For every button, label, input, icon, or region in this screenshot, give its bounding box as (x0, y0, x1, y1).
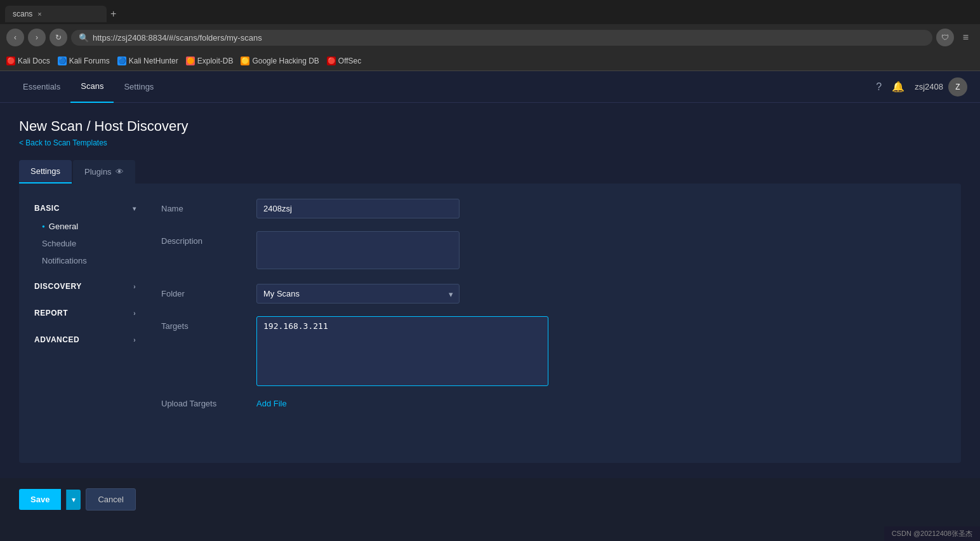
button-row: Save ▾ Cancel (0, 478, 980, 521)
bookmark-kali-docs[interactable]: 🔴 Kali Docs (6, 57, 50, 65)
folder-select[interactable]: My Scans Trash (256, 284, 460, 304)
save-dropdown-button[interactable]: ▾ (66, 490, 81, 510)
url-input[interactable] (93, 33, 925, 43)
sidebar-section-discovery: DISCOVERY › (34, 277, 136, 296)
main-content: New Scan / Host Discovery < Back to Scan… (0, 103, 980, 478)
url-search-icon: 🔍 (79, 33, 89, 43)
form-panel: BASIC ▾ ● General Schedule Notifications… (19, 184, 961, 463)
sidebar-item-notifications[interactable]: Notifications (34, 252, 136, 269)
footer-text: CSDN @20212408张圣杰 (892, 530, 972, 537)
notifications-label: Notifications (42, 256, 87, 265)
bookmark-kali-forums-label: Kali Forums (69, 57, 110, 65)
forward-button[interactable]: › (28, 29, 46, 46)
tab-plugins[interactable]: Plugins 👁 (73, 160, 135, 184)
save-dropdown-icon: ▾ (72, 495, 76, 504)
targets-label: Targets (161, 316, 256, 331)
bookmark-offsec-label: OffSec (338, 57, 361, 65)
description-input[interactable] (256, 231, 460, 269)
username-label: zsj2408 (915, 82, 943, 91)
bookmark-google-hacking-db-label: Google Hacking DB (252, 57, 319, 65)
discovery-chevron-icon: › (133, 283, 136, 290)
bookmarks-bar: 🔴 Kali Docs 🔵 Kali Forums 🔵 Kali NetHunt… (0, 51, 980, 71)
shield-icon[interactable]: 🛡 (936, 29, 954, 46)
back-to-templates-link[interactable]: < Back to Scan Templates (19, 138, 961, 147)
bookmark-kali-nethunter-label: Kali NetHunter (129, 57, 178, 65)
basic-chevron-icon: ▾ (133, 205, 136, 212)
sidebar-report-title[interactable]: REPORT › (34, 304, 136, 323)
tab-settings[interactable]: Settings (19, 160, 72, 184)
add-file-link[interactable]: Add File (256, 399, 287, 408)
back-button[interactable]: ‹ (6, 29, 24, 46)
save-button[interactable]: Save (19, 489, 61, 510)
nav-scans[interactable]: Scans (70, 71, 114, 103)
description-label: Description (161, 231, 256, 246)
browser-menu-icon[interactable]: ≡ (958, 29, 974, 46)
app-nav: Essentials Scans Settings ? 🔔 zsj2408 Z (0, 71, 980, 103)
bookmark-exploit-db[interactable]: 🟠 Exploit-DB (186, 57, 234, 65)
avatar: Z (948, 77, 967, 97)
browser-tab[interactable]: scans × (5, 6, 107, 22)
schedule-label: Schedule (42, 239, 76, 248)
name-input[interactable] (256, 199, 460, 218)
discovery-label: DISCOVERY (34, 282, 82, 291)
upload-targets-row: Upload Targets Add File (161, 399, 946, 408)
sidebar-section-basic: BASIC ▾ ● General Schedule Notifications (34, 199, 136, 269)
bookmark-google-hacking-db[interactable]: 🟡 Google Hacking DB (241, 57, 319, 65)
new-tab-button[interactable]: + (107, 4, 120, 23)
eye-icon: 👁 (116, 167, 124, 177)
tabs-container: Settings Plugins 👁 (19, 160, 961, 184)
advanced-label: ADVANCED (34, 335, 79, 344)
bullet-icon: ● (42, 224, 45, 229)
google-hacking-db-icon: 🟡 (241, 57, 249, 65)
help-icon[interactable]: ? (876, 81, 882, 93)
sidebar-discovery-title[interactable]: DISCOVERY › (34, 277, 136, 296)
nav-essentials[interactable]: Essentials (13, 71, 70, 103)
kali-docs-icon: 🔴 (6, 57, 15, 65)
bookmark-kali-nethunter[interactable]: 🔵 Kali NetHunter (117, 57, 178, 65)
general-label: General (49, 222, 78, 231)
footer: CSDN @20212408张圣杰 (884, 526, 980, 541)
nav-settings[interactable]: Settings (114, 71, 164, 103)
user-menu[interactable]: zsj2408 Z (915, 77, 967, 97)
page-title: New Scan / Host Discovery (19, 118, 961, 135)
offsec-icon: 🔴 (327, 57, 336, 65)
bookmark-offsec[interactable]: 🔴 OffSec (327, 57, 361, 65)
tab-close-icon[interactable]: × (37, 10, 41, 18)
cancel-button[interactable]: Cancel (86, 488, 135, 511)
folder-label: Folder (161, 284, 256, 298)
folder-row: Folder My Scans Trash ▾ (161, 284, 946, 304)
name-row: Name (161, 199, 946, 218)
sidebar-item-general[interactable]: ● General (34, 218, 136, 235)
tab-title: scans (13, 10, 32, 18)
basic-label: BASIC (34, 204, 60, 213)
targets-input[interactable]: 192.168.3.211 (256, 316, 548, 386)
sidebar-basic-title[interactable]: BASIC ▾ (34, 199, 136, 218)
description-row: Description (161, 231, 946, 271)
bookmark-kali-forums[interactable]: 🔵 Kali Forums (58, 57, 110, 65)
refresh-button[interactable]: ↻ (50, 29, 67, 46)
form-body: Name Description Folder My Scans Trash (149, 199, 946, 448)
tab-plugins-label: Plugins (84, 167, 112, 177)
sidebar-item-schedule[interactable]: Schedule (34, 235, 136, 252)
sidebar-section-report: REPORT › (34, 304, 136, 323)
sidebar-section-advanced: ADVANCED › (34, 330, 136, 349)
exploit-db-icon: 🟠 (186, 57, 195, 65)
kali-nethunter-icon: 🔵 (117, 57, 126, 65)
bookmark-exploit-db-label: Exploit-DB (197, 57, 234, 65)
name-label: Name (161, 199, 256, 213)
report-label: REPORT (34, 309, 68, 317)
bookmark-kali-docs-label: Kali Docs (18, 57, 50, 65)
tab-settings-label: Settings (30, 166, 60, 176)
advanced-chevron-icon: › (133, 337, 136, 344)
kali-forums-icon: 🔵 (58, 57, 67, 65)
form-sidebar: BASIC ▾ ● General Schedule Notifications… (34, 199, 149, 448)
sidebar-advanced-title[interactable]: ADVANCED › (34, 330, 136, 349)
report-chevron-icon: › (133, 310, 136, 317)
targets-row: Targets 192.168.3.211 (161, 316, 946, 386)
upload-targets-label: Upload Targets (161, 399, 256, 408)
bell-icon[interactable]: 🔔 (892, 81, 904, 93)
